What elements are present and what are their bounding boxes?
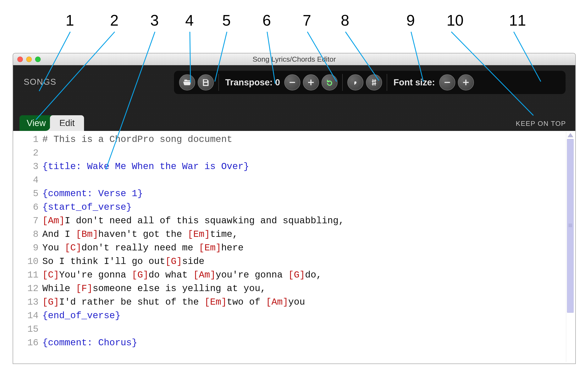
transpose-label: Transpose: 0 xyxy=(225,77,280,88)
transpose-down-button[interactable] xyxy=(284,74,300,90)
folder-open-icon xyxy=(183,78,191,87)
toolbar-region: SONGS Transpose: 0 xyxy=(13,65,575,131)
fontsize-up-button[interactable] xyxy=(458,74,474,90)
callout-number: 4 xyxy=(185,12,194,29)
line-number: 12 xyxy=(13,282,39,295)
tab-edit[interactable]: Edit xyxy=(50,115,84,131)
transpose-reset-button[interactable] xyxy=(322,74,338,90)
use-sharps-button[interactable] xyxy=(366,74,382,90)
close-button[interactable] xyxy=(17,56,23,62)
line-number-gutter: 12345678910111213141516 xyxy=(13,131,41,363)
line-number: 2 xyxy=(13,146,39,160)
line-number: 13 xyxy=(13,295,39,309)
code-line[interactable]: While [F]someone else is yelling at you, xyxy=(42,282,575,295)
open-file-button[interactable] xyxy=(179,74,195,90)
line-number: 10 xyxy=(13,255,39,268)
fontsize-label: Font size: xyxy=(393,77,435,88)
svg-rect-11 xyxy=(290,82,295,83)
plus-icon xyxy=(307,78,315,87)
callout-number: 5 xyxy=(222,12,231,29)
code-line[interactable]: You [C]don't really need me [Em]here xyxy=(42,241,575,255)
minus-icon xyxy=(288,78,296,87)
scroll-up-arrow-icon[interactable] xyxy=(567,133,573,137)
titlebar: Song Lyrics/Chords Editor xyxy=(13,53,575,65)
line-number: 8 xyxy=(13,228,39,241)
line-number: 9 xyxy=(13,241,39,255)
line-number: 3 xyxy=(13,160,39,173)
callout-number: 8 xyxy=(341,12,349,29)
line-number: 4 xyxy=(13,173,39,187)
keep-on-top-toggle[interactable]: KEEP ON TOP xyxy=(516,120,566,128)
code-line[interactable]: {comment: Verse 1} xyxy=(42,187,575,200)
toolbar-separator xyxy=(387,74,387,91)
minimize-button[interactable] xyxy=(26,56,32,62)
code-line[interactable]: {comment: Chorus} xyxy=(42,336,575,350)
code-line[interactable]: # This is a ChordPro song document xyxy=(42,133,575,146)
fontsize-down-button[interactable] xyxy=(439,74,455,90)
line-number: 15 xyxy=(13,322,39,336)
code-content[interactable]: # This is a ChordPro song document {titl… xyxy=(41,131,575,363)
code-line[interactable]: {title: Wake Me When the War is Over} xyxy=(42,160,575,173)
code-line[interactable]: {end_of_verse} xyxy=(42,309,575,322)
callout-number: 7 xyxy=(303,12,311,29)
scroll-grip-icon xyxy=(568,224,572,228)
code-line[interactable]: {start_of_verse} xyxy=(42,200,575,214)
plus-icon xyxy=(462,78,470,87)
callout-number: 2 xyxy=(110,12,118,29)
minus-icon xyxy=(443,78,452,87)
line-number: 6 xyxy=(13,200,39,214)
code-line[interactable]: [Am]I don't need all of this squawking a… xyxy=(42,214,575,228)
line-number: 11 xyxy=(13,268,39,282)
toolbar-separator xyxy=(342,74,343,91)
use-flats-button[interactable] xyxy=(347,74,363,90)
callout-number: 1 xyxy=(66,12,74,29)
toolbar: Transpose: 0 Font size: xyxy=(174,71,566,94)
code-line[interactable]: So I think I'll go out[G]side xyxy=(42,255,575,268)
callout-number: 10 xyxy=(447,12,463,29)
code-line[interactable]: [C]You're gonna [G]do what [Am]you're go… xyxy=(42,268,575,282)
code-line[interactable] xyxy=(42,322,575,336)
traffic-lights xyxy=(17,56,41,62)
line-number: 16 xyxy=(13,336,39,350)
code-line[interactable]: [G]I'd rather be shut of the [Em]two of … xyxy=(42,295,575,309)
line-number: 1 xyxy=(13,133,39,146)
vertical-scrollbar[interactable] xyxy=(566,132,575,362)
code-line[interactable] xyxy=(42,146,575,160)
save-icon xyxy=(201,78,210,87)
flat-icon xyxy=(351,78,360,87)
code-line[interactable] xyxy=(42,173,575,187)
toolbar-separator xyxy=(219,74,219,91)
songs-back-button[interactable]: SONGS xyxy=(24,77,56,87)
reset-transpose-icon xyxy=(325,78,334,87)
callout-number: 9 xyxy=(406,12,415,29)
svg-rect-12 xyxy=(444,82,450,83)
sharp-icon xyxy=(370,78,378,87)
line-number: 5 xyxy=(13,187,39,200)
code-editor[interactable]: 12345678910111213141516 # This is a Chor… xyxy=(13,131,575,363)
code-line[interactable]: And I [Bm]haven't got the [Em]time, xyxy=(42,228,575,241)
transpose-up-button[interactable] xyxy=(303,74,319,90)
scroll-thumb[interactable] xyxy=(567,139,574,313)
callout-number: 3 xyxy=(150,12,159,29)
save-file-button[interactable] xyxy=(198,74,214,90)
tabs: View Edit xyxy=(20,115,84,131)
editor-window: Song Lyrics/Chords Editor SONGS Transpos… xyxy=(13,53,576,364)
line-number: 14 xyxy=(13,309,39,322)
maximize-button[interactable] xyxy=(35,56,41,62)
line-number: 7 xyxy=(13,214,39,228)
callout-number: 6 xyxy=(262,12,271,29)
window-title: Song Lyrics/Chords Editor xyxy=(252,55,336,63)
callout-number: 11 xyxy=(509,12,526,29)
